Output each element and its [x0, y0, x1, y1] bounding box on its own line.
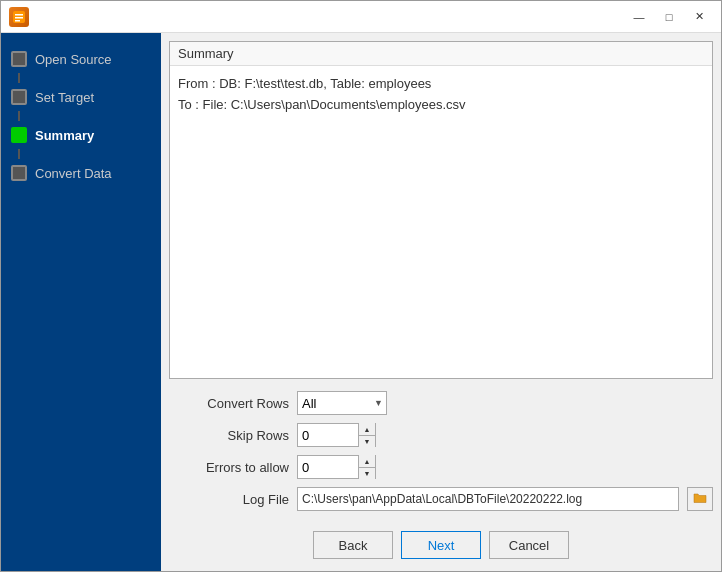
sidebar: Open Source Set Target Summary Convert D… — [1, 33, 161, 571]
title-bar: — □ ✕ — [1, 1, 721, 33]
skip-rows-input[interactable] — [298, 424, 358, 446]
svg-rect-3 — [15, 20, 20, 22]
convert-rows-select[interactable]: All Custom — [297, 391, 387, 415]
app-icon — [9, 7, 29, 27]
sidebar-label-summary: Summary — [35, 128, 94, 143]
step-indicator-set-target — [11, 89, 27, 105]
log-file-input[interactable] — [297, 487, 679, 511]
errors-to-allow-down-btn[interactable]: ▼ — [359, 467, 375, 479]
maximize-button[interactable]: □ — [655, 6, 683, 28]
convert-rows-row: Convert Rows All Custom — [169, 389, 713, 417]
errors-to-allow-up-btn[interactable]: ▲ — [359, 455, 375, 467]
close-button[interactable]: ✕ — [685, 6, 713, 28]
summary-box: Summary From : DB: F:\test\test.db, Tabl… — [169, 41, 713, 379]
sidebar-item-summary[interactable]: Summary — [1, 117, 161, 153]
back-button[interactable]: Back — [313, 531, 393, 559]
skip-rows-down-btn[interactable]: ▼ — [359, 435, 375, 447]
cancel-button[interactable]: Cancel — [489, 531, 569, 559]
main-window: — □ ✕ Open Source Set Target — [0, 0, 722, 572]
next-button[interactable]: Next — [401, 531, 481, 559]
right-panel: Summary From : DB: F:\test\test.db, Tabl… — [161, 33, 721, 571]
summary-content: From : DB: F:\test\test.db, Table: emplo… — [170, 66, 712, 124]
title-bar-left — [9, 7, 29, 27]
sidebar-label-set-target: Set Target — [35, 90, 94, 105]
errors-to-allow-spinner: ▲ ▼ — [297, 455, 376, 479]
log-file-label: Log File — [169, 492, 289, 507]
skip-rows-spinner-btns: ▲ ▼ — [358, 423, 375, 447]
errors-to-allow-spinner-btns: ▲ ▼ — [358, 455, 375, 479]
convert-rows-label: Convert Rows — [169, 396, 289, 411]
title-bar-controls: — □ ✕ — [625, 6, 713, 28]
skip-rows-row: Skip Rows ▲ ▼ — [169, 421, 713, 449]
svg-rect-2 — [15, 17, 23, 19]
step-indicator-summary — [11, 127, 27, 143]
convert-rows-select-wrap: All Custom — [297, 391, 387, 415]
sidebar-item-open-source[interactable]: Open Source — [1, 41, 161, 77]
form-section: Convert Rows All Custom Skip Rows ▲ — [169, 385, 713, 517]
sidebar-item-convert-data[interactable]: Convert Data — [1, 155, 161, 191]
bottom-buttons: Back Next Cancel — [169, 523, 713, 563]
folder-icon — [693, 492, 707, 507]
summary-from-line: From : DB: F:\test\test.db, Table: emplo… — [178, 74, 704, 95]
summary-to-line: To : File: C:\Users\pan\Documents\employ… — [178, 95, 704, 116]
errors-to-allow-row: Errors to allow ▲ ▼ — [169, 453, 713, 481]
errors-to-allow-label: Errors to allow — [169, 460, 289, 475]
step-indicator-open-source — [11, 51, 27, 67]
sidebar-label-convert-data: Convert Data — [35, 166, 112, 181]
sidebar-item-set-target[interactable]: Set Target — [1, 79, 161, 115]
main-content: Open Source Set Target Summary Convert D… — [1, 33, 721, 571]
svg-rect-1 — [15, 14, 23, 16]
errors-to-allow-input[interactable] — [298, 456, 358, 478]
minimize-button[interactable]: — — [625, 6, 653, 28]
skip-rows-up-btn[interactable]: ▲ — [359, 423, 375, 435]
summary-title: Summary — [170, 42, 712, 66]
log-browse-button[interactable] — [687, 487, 713, 511]
skip-rows-label: Skip Rows — [169, 428, 289, 443]
sidebar-label-open-source: Open Source — [35, 52, 112, 67]
step-indicator-convert-data — [11, 165, 27, 181]
log-file-row: Log File — [169, 485, 713, 513]
skip-rows-spinner: ▲ ▼ — [297, 423, 376, 447]
